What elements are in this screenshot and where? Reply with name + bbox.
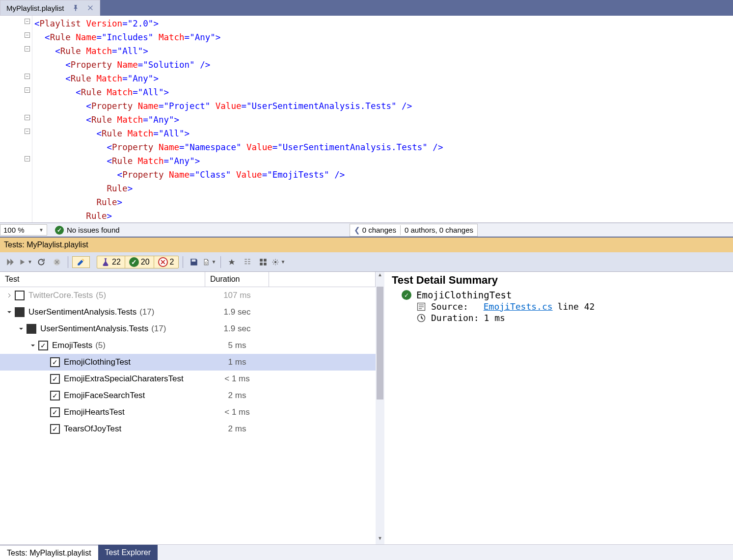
column-header-duration[interactable]: Duration [205, 272, 269, 287]
test-checkbox[interactable] [38, 341, 48, 350]
code-line[interactable]: <Rule Name="Includes" Match="Any"> [34, 30, 443, 44]
code-line[interactable]: Rule> [34, 209, 443, 223]
column-header-blank [269, 272, 376, 287]
test-checkbox[interactable] [50, 424, 60, 434]
expand-icon[interactable] [29, 342, 36, 349]
outline-collapse-icon[interactable] [25, 115, 30, 120]
changes-icon: ❮ [354, 226, 360, 235]
group-by-button[interactable] [241, 255, 254, 269]
test-tree-row[interactable]: EmojiHeartsTest< 1 ms [0, 404, 376, 421]
test-duration: 1 ms [205, 357, 269, 367]
code-editor[interactable]: <Playlist Version="2.0"> <Rule Name="Inc… [0, 16, 733, 223]
expand-icon [41, 392, 48, 399]
test-checkbox[interactable] [27, 324, 36, 334]
test-checkbox[interactable] [50, 357, 60, 367]
run-after-build-button[interactable] [225, 255, 239, 269]
repeat-button[interactable] [34, 255, 48, 269]
divider [400, 225, 401, 235]
code-line[interactable]: <Rule Match="Any"> [34, 72, 443, 85]
options-button[interactable]: ▼ [272, 255, 286, 269]
show-hierarchy-button[interactable] [256, 255, 270, 269]
failed-tests-pill[interactable]: ✕ 2 [154, 256, 178, 268]
zoom-dropdown[interactable]: 100 % ▼ [0, 224, 47, 236]
code-content[interactable]: <Playlist Version="2.0"> <Rule Name="Inc… [32, 16, 443, 222]
save-button[interactable] [187, 255, 201, 269]
scroll-up-icon[interactable]: ▲ [376, 272, 384, 281]
svg-point-6 [274, 261, 276, 263]
close-icon[interactable] [87, 4, 94, 11]
bottom-tab-explorer[interactable]: Test Explorer [98, 545, 158, 560]
code-line[interactable]: <Playlist Version="2.0"> [34, 17, 443, 30]
test-tree-row[interactable]: EmojiExtraSpecialCharatersTest< 1 ms [0, 371, 376, 387]
code-line[interactable]: <Property Name="Project" Value="UserSent… [34, 99, 443, 113]
total-tests-pill[interactable]: 22 [97, 257, 125, 267]
expand-icon [41, 359, 48, 366]
document-tab[interactable]: MyPlaylist.playlist [0, 0, 100, 16]
test-tree-body[interactable]: TwitterCore.Tests (5)107 msUserSentiment… [0, 287, 376, 544]
separator [68, 256, 68, 268]
code-line[interactable]: <Rule Match="All"> [34, 44, 443, 58]
test-name: EmojiHeartsTest [64, 407, 125, 417]
scroll-down-icon[interactable]: ▼ [376, 535, 384, 544]
code-line[interactable]: Rule> [34, 182, 443, 195]
settings-file-button[interactable]: ▼ [203, 255, 217, 269]
code-line[interactable]: <Rule Match="All"> [34, 85, 443, 99]
scroll-thumb[interactable] [377, 287, 383, 400]
test-name: EmojiFaceSearchTest [64, 391, 145, 400]
expand-icon[interactable] [18, 325, 25, 332]
code-line[interactable]: <Rule Match="All"> [34, 127, 443, 140]
test-tree-row[interactable]: TwitterCore.Tests (5)107 ms [0, 287, 376, 304]
edit-playlist-button[interactable] [72, 256, 90, 268]
run-button[interactable]: ▼ [19, 255, 32, 269]
test-checkbox[interactable] [15, 291, 25, 300]
test-detail-panel: Test Detail Summary ✓ EmojiClothingTest … [385, 272, 733, 544]
svg-rect-2 [260, 259, 263, 262]
chevron-down-icon: ▼ [39, 227, 44, 233]
code-line[interactable]: Rule> [34, 195, 443, 209]
code-gutter [0, 16, 32, 222]
test-checkbox[interactable] [15, 307, 25, 317]
test-checkbox[interactable] [50, 391, 60, 400]
run-all-button[interactable] [3, 255, 17, 269]
tests-content: Test Duration TwitterCore.Tests (5)107 m… [0, 272, 733, 544]
test-tree-row[interactable]: EmojiClothingTest1 ms [0, 354, 376, 371]
outline-collapse-icon[interactable] [25, 87, 30, 93]
outline-collapse-icon[interactable] [25, 74, 30, 79]
source-file-link[interactable]: EmojiTests.cs [484, 301, 553, 312]
code-line[interactable]: <Property Name="Solution" /> [34, 58, 443, 72]
document-tab-title: MyPlaylist.playlist [6, 4, 64, 12]
scrollbar[interactable]: ▲ ▼ [376, 272, 384, 544]
flask-icon [101, 258, 110, 267]
pass-icon: ✓ [129, 257, 139, 267]
separator [220, 256, 221, 268]
code-line[interactable]: <Property Name="Class" Value="EmojiTests… [34, 168, 443, 182]
test-checkbox[interactable] [50, 407, 60, 417]
stop-button[interactable] [50, 255, 64, 269]
test-tree-row[interactable]: UserSentimentAnalysis.Tests (17)1.9 sec [0, 304, 376, 320]
source-line: line 42 [558, 301, 595, 312]
test-name: TearsOfJoyTest [64, 424, 121, 434]
changes-indicator[interactable]: ❮ 0 changes 0 authors, 0 changes [350, 224, 478, 237]
code-line[interactable]: <Rule Match="Any"> [34, 113, 443, 127]
code-line[interactable]: <Rule Match="Any"> [34, 154, 443, 168]
expand-icon[interactable] [6, 292, 13, 299]
outline-collapse-icon[interactable] [25, 156, 30, 161]
outline-collapse-icon[interactable] [25, 32, 30, 38]
expand-icon[interactable] [6, 309, 13, 316]
test-tree-row[interactable]: TearsOfJoyTest2 ms [0, 421, 376, 437]
source-icon [416, 302, 426, 312]
outline-collapse-icon[interactable] [25, 19, 30, 24]
expand-icon [41, 409, 48, 416]
test-checkbox[interactable] [50, 374, 60, 384]
outline-collapse-icon[interactable] [25, 46, 30, 52]
code-line[interactable]: <Property Name="Namespace" Value="UserSe… [34, 140, 443, 154]
test-tree-row[interactable]: EmojiTests (5)5 ms [0, 337, 376, 354]
bottom-tab-tests[interactable]: Tests: MyPlaylist.playlist [0, 545, 98, 560]
tests-panel-title: Tests: MyPlaylist.playlist [4, 240, 88, 249]
test-tree-row[interactable]: UserSentimentAnalysis.Tests (17)1.9 sec [0, 320, 376, 337]
test-tree-row[interactable]: EmojiFaceSearchTest2 ms [0, 387, 376, 404]
outline-collapse-icon[interactable] [25, 129, 30, 134]
column-header-test[interactable]: Test [0, 272, 205, 287]
passed-tests-pill[interactable]: ✓ 20 [125, 256, 154, 268]
pin-icon[interactable] [72, 4, 79, 11]
